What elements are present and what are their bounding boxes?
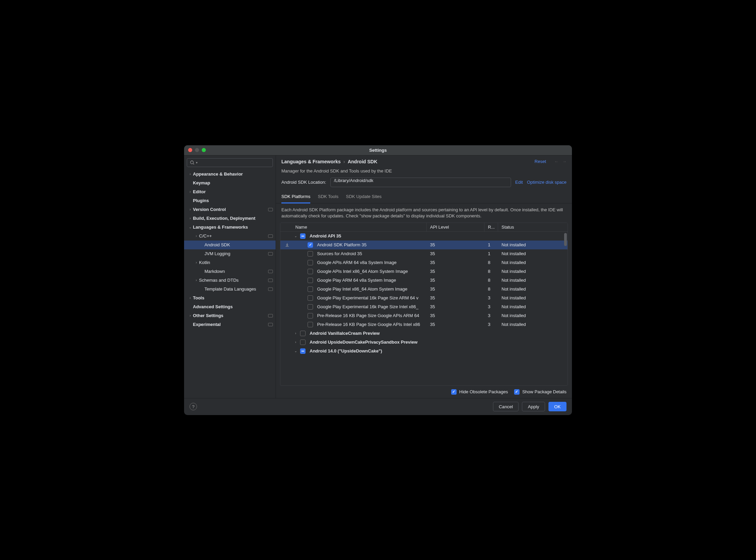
checkbox[interactable] <box>308 295 313 301</box>
sidebar-item[interactable]: Android SDK <box>184 241 276 249</box>
table-row[interactable]: Pre-Release 16 KB Page Size Google APIs … <box>280 311 568 320</box>
sidebar-item[interactable]: Template Data Languages <box>184 285 276 294</box>
maximize-icon[interactable] <box>202 148 206 152</box>
sidebar-item[interactable]: Plugins <box>184 196 276 205</box>
sidebar-item[interactable]: ›Schemas and DTDs <box>184 276 276 285</box>
table-row[interactable]: Google Play Intel x86_64 Atom System Ima… <box>280 285 568 294</box>
row-rev: 3 <box>484 295 498 300</box>
window-title: Settings <box>369 148 387 153</box>
chevron-right-icon: › <box>187 208 193 211</box>
table-row[interactable]: Google Play ARM 64 v8a System Image358No… <box>280 276 568 285</box>
chevron-right-icon: › <box>187 190 193 194</box>
checkbox[interactable] <box>308 304 313 310</box>
close-icon[interactable] <box>188 148 192 152</box>
checkbox[interactable] <box>300 233 306 239</box>
table-row[interactable]: ›Android UpsideDownCakePrivacySandbox Pr… <box>280 338 568 347</box>
col-status[interactable]: Status <box>498 223 568 231</box>
checkbox[interactable] <box>308 313 313 318</box>
hide-obsolete-option[interactable]: Hide Obsolete Packages <box>451 389 508 395</box>
row-api: 35 <box>427 304 484 309</box>
forward-icon[interactable]: → <box>562 159 566 164</box>
cancel-button[interactable]: Cancel <box>493 402 519 411</box>
col-api[interactable]: API Level <box>427 223 484 231</box>
settings-tree: ›Appearance & BehaviorKeymap›EditorPlugi… <box>184 170 276 395</box>
checkbox[interactable] <box>308 286 313 292</box>
search-icon <box>190 160 195 165</box>
row-name: Android API 35 <box>310 233 341 238</box>
table-row[interactable]: Sources for Android 35351Not installed <box>280 249 568 258</box>
sidebar-item-label: C/C++ <box>199 233 267 238</box>
scrollbar-thumb[interactable] <box>564 233 567 246</box>
tab[interactable]: SDK Tools <box>318 191 338 203</box>
reset-link[interactable]: Reset <box>535 159 546 164</box>
sidebar-item-label: Languages & Frameworks <box>193 225 273 230</box>
apply-button[interactable]: Apply <box>522 402 545 411</box>
table-row[interactable]: ›Android VanillaIceCream Preview <box>280 329 568 338</box>
checkbox[interactable] <box>308 251 313 257</box>
checkbox[interactable] <box>300 348 306 354</box>
sdk-location-input[interactable]: /Library/Android/sdk <box>330 178 511 187</box>
chevron-right-icon: › <box>187 172 193 176</box>
sidebar-item-label: Other Settings <box>193 313 267 318</box>
sidebar-item[interactable]: Keymap <box>184 179 276 187</box>
sidebar-item[interactable]: Advanced Settings <box>184 302 276 311</box>
table-row[interactable]: ⌄Android 14.0 ("UpsideDownCake") <box>280 347 568 356</box>
breadcrumb-item: Languages & Frameworks <box>281 159 341 164</box>
sidebar-item-label: Advanced Settings <box>193 304 273 309</box>
checkbox[interactable] <box>300 331 306 336</box>
sidebar-item[interactable]: ›Build, Execution, Deployment <box>184 214 276 223</box>
sidebar-item-label: Schemas and DTDs <box>199 278 267 283</box>
table-row[interactable]: Google Play Experimental 16k Page Size A… <box>280 294 568 302</box>
table-row[interactable]: Pre-Release 16 KB Page Size Google APIs … <box>280 320 568 329</box>
sidebar-item[interactable]: ›Editor <box>184 187 276 196</box>
sidebar-item[interactable]: ›Other Settings <box>184 311 276 320</box>
sidebar-item[interactable]: Markdown <box>184 267 276 276</box>
optimize-link[interactable]: Optimize disk space <box>527 180 566 185</box>
row-status: Not installed <box>498 251 568 256</box>
dropdown-icon: ▾ <box>196 161 198 164</box>
chevron-down-icon: ⌄ <box>187 225 193 229</box>
checkbox[interactable] <box>308 322 313 327</box>
back-icon[interactable]: ← <box>554 159 559 164</box>
sidebar-item[interactable]: ›Version Control <box>184 205 276 214</box>
sidebar-item[interactable]: ›Appearance & Behavior <box>184 170 276 179</box>
sidebar-item[interactable]: ›Tools <box>184 294 276 302</box>
sidebar-item[interactable]: ⌄Languages & Frameworks <box>184 223 276 232</box>
minimize-icon[interactable] <box>195 148 199 152</box>
checkbox[interactable] <box>308 242 313 248</box>
row-status: Not installed <box>498 278 568 283</box>
row-rev: 8 <box>484 286 498 292</box>
sidebar-item[interactable]: JVM Logging <box>184 249 276 258</box>
table-row[interactable]: Android SDK Platform 35351Not installed <box>280 241 568 249</box>
settings-sidebar: ▾ ›Appearance & BehaviorKeymap›EditorPlu… <box>184 155 276 398</box>
ok-button[interactable]: OK <box>548 402 566 411</box>
manager-description: Manager for the Android SDK and Tools us… <box>276 167 572 175</box>
checkbox[interactable] <box>308 260 313 265</box>
tab[interactable]: SDK Update Sites <box>346 191 382 203</box>
sidebar-item[interactable]: ›Kotlin <box>184 258 276 267</box>
sidebar-item[interactable]: Experimental <box>184 320 276 329</box>
edit-link[interactable]: Edit <box>515 180 523 185</box>
checkbox[interactable] <box>308 278 313 283</box>
search-input[interactable]: ▾ <box>187 158 273 167</box>
col-rev[interactable]: R... <box>484 223 498 231</box>
sidebar-item[interactable]: ›C/C++ <box>184 232 276 241</box>
sidebar-item-label: Plugins <box>193 198 273 203</box>
tab[interactable]: SDK Platforms <box>281 191 310 203</box>
table-row[interactable]: Google Play Experimental 16k Page Size I… <box>280 302 568 311</box>
checkbox[interactable] <box>300 340 306 345</box>
row-name: Android UpsideDownCakePrivacySandbox Pre… <box>310 340 417 345</box>
chevron-right-icon: › <box>194 261 199 264</box>
checkbox[interactable] <box>308 269 313 274</box>
chevron-down-icon: ⌄ <box>293 349 298 353</box>
table-row[interactable]: Google APIs Intel x86_64 Atom System Ima… <box>280 267 568 276</box>
row-api: 35 <box>427 322 484 327</box>
col-name[interactable]: Name <box>280 223 427 231</box>
row-rev: 3 <box>484 304 498 309</box>
row-rev: 1 <box>484 242 498 247</box>
table-row[interactable]: ⌄Android API 35 <box>280 232 568 241</box>
show-details-option[interactable]: Show Package Details <box>514 389 566 395</box>
chevron-right-icon: › <box>187 296 193 300</box>
help-icon[interactable]: ? <box>190 403 197 410</box>
table-row[interactable]: Google APIs ARM 64 v8a System Image358No… <box>280 258 568 267</box>
